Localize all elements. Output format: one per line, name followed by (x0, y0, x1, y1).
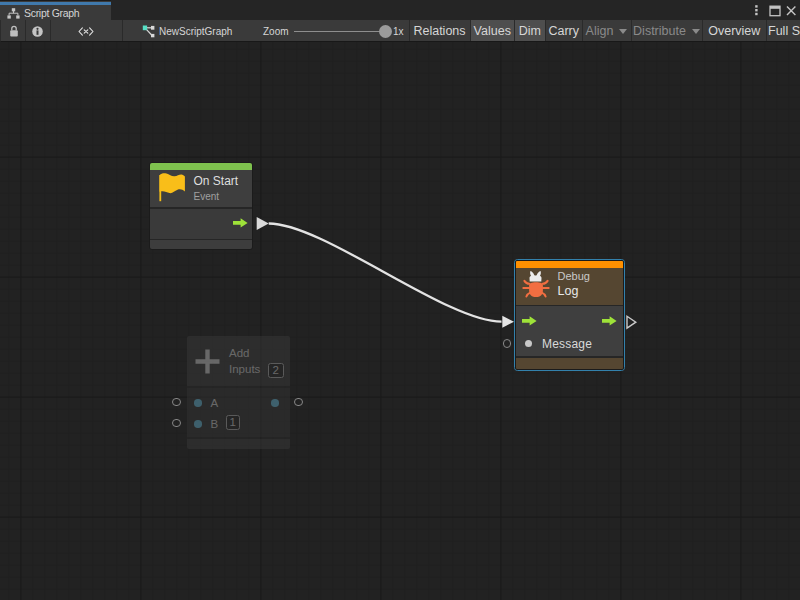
kebab-menu-icon[interactable] (755, 5, 757, 15)
toolbar-button-values[interactable]: Values (471, 20, 515, 41)
node-port-row (150, 209, 252, 239)
message-input-port[interactable] (525, 340, 533, 348)
tab-active-accent (0, 2, 111, 5)
port-b-label: B (211, 418, 219, 430)
lock-icon[interactable] (9, 25, 19, 38)
node-footer (150, 240, 252, 250)
trigger-output-arrow[interactable] (602, 316, 617, 326)
input-port-a[interactable] (194, 399, 202, 407)
node-subtitle: Event (194, 191, 220, 202)
zoom-value: 1x (393, 26, 404, 37)
node-header: Add Inputs 2 (187, 336, 290, 387)
toolbar-button-fullscreen[interactable]: Full S (767, 20, 800, 41)
zoom-label: Zoom (263, 26, 289, 37)
node-debug-log[interactable]: Debug Log Message (514, 259, 625, 371)
node-footer (516, 358, 623, 370)
node-footer (187, 439, 290, 449)
connection-source-arrow[interactable] (257, 217, 269, 230)
node-header: On Start Event (150, 170, 252, 208)
flag-icon (158, 172, 185, 203)
toolbar-button-overview[interactable]: Overview (703, 20, 767, 41)
node-port-rows: Message (516, 306, 623, 356)
toolbar-button-distribute[interactable]: Distribute (632, 20, 702, 41)
node-surtitle: Debug (558, 270, 590, 282)
zoom-slider-knob[interactable] (379, 25, 392, 38)
toolbar-button-dim[interactable]: Dim (515, 20, 545, 41)
toolbar-button-carry[interactable]: Carry (546, 20, 583, 41)
bug-icon (522, 270, 550, 299)
script-graph-window: Script Graph (0, 0, 800, 600)
ghost-port-circle-b[interactable] (172, 419, 181, 428)
toolbar-button-align[interactable]: Align (583, 20, 630, 41)
graph-asset-icon (142, 25, 155, 38)
graph-canvas[interactable]: On Start Event (0, 42, 800, 600)
script-graph-icon (7, 8, 20, 20)
connection-end-arrow[interactable] (502, 316, 514, 328)
connection-wire[interactable] (269, 224, 502, 322)
message-port-outer-circle[interactable] (503, 339, 512, 348)
trigger-output-arrow[interactable] (233, 218, 248, 228)
tab-script-graph[interactable]: Script Graph (0, 0, 111, 20)
node-title: Log (558, 284, 579, 298)
graph-name[interactable]: NewScriptGraph (159, 26, 232, 37)
close-icon[interactable] (787, 7, 795, 15)
debug-output-port-triangle[interactable] (627, 316, 636, 328)
input-count-field[interactable]: 2 (268, 363, 284, 378)
info-icon[interactable] (32, 26, 43, 37)
tab-bar: Script Graph (0, 0, 800, 20)
node-add-inputs-ghost[interactable]: Add Inputs 2 A B 1 (187, 336, 290, 449)
trigger-input-arrow[interactable] (522, 316, 537, 326)
graph-toolbar: NewScriptGraph Zoom 1x Relations Values … (0, 20, 800, 42)
input-port-b[interactable] (194, 420, 202, 428)
node-header: Debug Log (516, 268, 623, 305)
output-port[interactable] (271, 399, 279, 407)
maximize-icon[interactable] (770, 6, 780, 16)
plus-icon (195, 349, 220, 374)
tab-label: Script Graph (24, 7, 79, 19)
dropdown-arrow-icon (619, 29, 627, 34)
node-on-start[interactable]: On Start Event (149, 162, 253, 250)
ghost-port-circle-a[interactable] (172, 398, 181, 407)
node-accent-strip (516, 261, 623, 268)
toolbar-button-relations[interactable]: Relations (410, 20, 469, 41)
dropdown-arrow-icon (692, 29, 700, 34)
node-title-line2: Inputs (229, 363, 260, 375)
port-b-value-field[interactable]: 1 (226, 415, 241, 430)
node-title: On Start (194, 174, 239, 188)
port-a-label: A (211, 397, 219, 409)
code-graph-icon[interactable] (78, 27, 94, 36)
connection-layer (0, 42, 800, 600)
node-port-rows: A B 1 (187, 388, 290, 438)
zoom-slider-track[interactable] (294, 31, 387, 33)
message-port-label: Message (542, 337, 592, 351)
node-title-line1: Add (229, 347, 249, 359)
